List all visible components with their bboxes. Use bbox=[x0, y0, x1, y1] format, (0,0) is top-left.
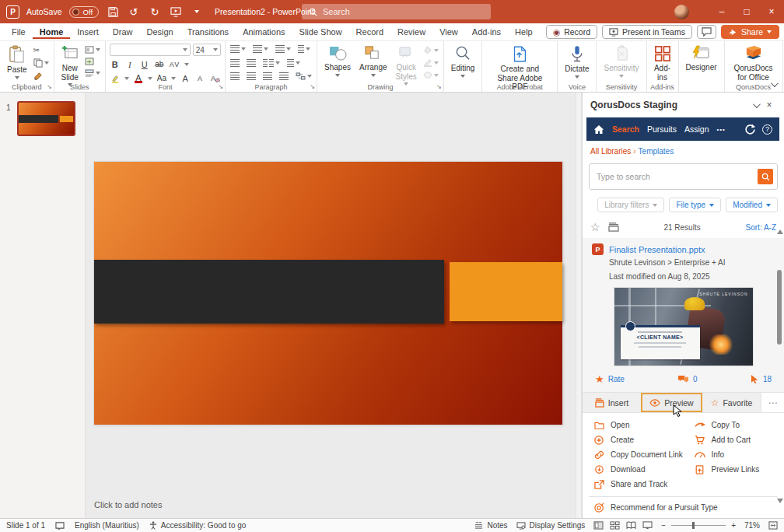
tab-animations[interactable]: Animations bbox=[236, 25, 292, 40]
tab-insert[interactable]: Insert bbox=[70, 25, 106, 40]
breadcrumb-templates[interactable]: Templates bbox=[639, 147, 674, 156]
comments-count[interactable]: 0 bbox=[677, 375, 698, 384]
decrease-indent-button[interactable] bbox=[229, 58, 240, 68]
preview-button[interactable]: Preview bbox=[641, 393, 702, 412]
strikethrough-button[interactable]: ab bbox=[154, 58, 165, 70]
menu-info[interactable]: Info bbox=[684, 447, 784, 462]
scroll-down-arrow-icon[interactable] bbox=[777, 499, 783, 503]
quick-access-chevron-icon[interactable] bbox=[190, 5, 204, 19]
shapes-button[interactable]: Shapes bbox=[321, 44, 354, 79]
rate-button[interactable]: ★Rate bbox=[595, 374, 625, 384]
redo-icon[interactable]: ↻ bbox=[148, 5, 162, 19]
menu-copy-document-link[interactable]: Copy Document Link bbox=[583, 447, 684, 462]
breadcrumb-all-libraries[interactable]: All Libraries bbox=[590, 147, 631, 156]
menu-share-and-track[interactable]: Share and Track bbox=[583, 477, 684, 492]
shape-fill-icon[interactable] bbox=[422, 45, 439, 55]
panel-tab-assign[interactable]: Assign bbox=[684, 124, 709, 134]
zoom-level[interactable]: 71% bbox=[744, 521, 760, 530]
comments-button[interactable] bbox=[697, 25, 716, 39]
slide-editor[interactable] bbox=[94, 162, 562, 425]
menu-open[interactable]: Open bbox=[583, 418, 684, 432]
save-icon[interactable] bbox=[106, 5, 120, 19]
character-spacing-button[interactable]: AV bbox=[169, 58, 180, 70]
autosave-toggle[interactable]: Off bbox=[69, 6, 100, 18]
italic-button[interactable]: I bbox=[124, 58, 135, 70]
text-direction-button[interactable] bbox=[286, 58, 301, 68]
display-settings-button[interactable]: Display Settings bbox=[516, 521, 586, 530]
font-color-button[interactable]: A bbox=[133, 72, 144, 84]
bold-button[interactable]: B bbox=[110, 58, 121, 70]
underline-button[interactable]: U bbox=[139, 58, 150, 70]
new-slide-button[interactable]: New Slide bbox=[58, 44, 82, 88]
user-avatar[interactable] bbox=[674, 5, 689, 19]
tab-add-ins[interactable]: Add-ins bbox=[465, 25, 508, 40]
align-center-button[interactable] bbox=[246, 72, 257, 81]
tab-design[interactable]: Design bbox=[139, 25, 180, 40]
tab-home[interactable]: Home bbox=[33, 25, 71, 40]
shrink-font-button[interactable]: A bbox=[194, 72, 205, 84]
font-name-combo[interactable] bbox=[110, 44, 191, 56]
numbering-button[interactable] bbox=[252, 44, 269, 54]
sort-button[interactable]: Sort: A-Z bbox=[746, 223, 776, 232]
shape-outline-icon[interactable] bbox=[422, 58, 439, 68]
format-painter-icon[interactable] bbox=[33, 71, 50, 82]
menu-add-to-cart[interactable]: Add to Cart bbox=[684, 432, 784, 447]
reset-slide-icon[interactable] bbox=[84, 57, 101, 66]
shape-effects-icon[interactable] bbox=[422, 70, 439, 80]
spellcheck-icon[interactable] bbox=[55, 521, 65, 530]
tab-help[interactable]: Help bbox=[508, 25, 540, 40]
minimize-button[interactable]: – bbox=[709, 0, 734, 23]
paste-button[interactable]: Paste bbox=[4, 44, 30, 81]
quick-styles-button[interactable]: Quick Styles bbox=[393, 44, 420, 87]
menu-create[interactable]: Create bbox=[583, 432, 684, 447]
present-from-start-icon[interactable] bbox=[169, 5, 183, 19]
font-size-combo[interactable]: 24 bbox=[193, 44, 221, 56]
slide-counter[interactable]: Slide 1 of 1 bbox=[6, 521, 45, 530]
slideshow-view-button[interactable] bbox=[642, 521, 653, 530]
scrollbar-thumb[interactable] bbox=[777, 270, 782, 345]
slide-accent-rect-shape[interactable] bbox=[450, 262, 562, 321]
undo-icon[interactable]: ↺ bbox=[127, 5, 141, 19]
reading-view-button[interactable] bbox=[626, 521, 636, 530]
slide-dark-band-shape[interactable] bbox=[94, 260, 444, 324]
file-type-filter-button[interactable]: File type bbox=[669, 198, 721, 212]
favorite-button[interactable]: ☆Favorite bbox=[702, 393, 761, 412]
section-icon[interactable] bbox=[84, 68, 101, 78]
panel-tab-more-icon[interactable]: ••• bbox=[716, 126, 725, 133]
panel-close-icon[interactable]: × bbox=[762, 99, 776, 111]
canvas-scrollbar[interactable] bbox=[576, 93, 582, 518]
library-filters-button[interactable]: Library filters bbox=[597, 198, 664, 212]
share-button[interactable]: Share bbox=[721, 25, 779, 39]
increase-indent-button[interactable] bbox=[246, 58, 257, 68]
tab-slide-show[interactable]: Slide Show bbox=[292, 25, 349, 40]
record-button[interactable]: ◉Record bbox=[546, 25, 597, 39]
close-button[interactable]: × bbox=[759, 0, 784, 23]
notes-toggle[interactable]: Notes bbox=[474, 521, 507, 530]
panel-tab-pursuits[interactable]: Pursuits bbox=[647, 124, 677, 134]
result-preview-thumbnail[interactable]: SHRUTE LEVINSON <CLIENT NAME> bbox=[614, 288, 753, 366]
help-icon[interactable]: ? bbox=[762, 124, 772, 135]
panel-options-chevron-icon[interactable] bbox=[748, 99, 762, 111]
powerpoint-logo-icon[interactable]: P bbox=[6, 5, 19, 19]
slide-1-thumbnail[interactable] bbox=[17, 101, 75, 136]
addins-button[interactable]: Add-ins bbox=[651, 44, 674, 83]
columns-button[interactable] bbox=[262, 58, 281, 68]
copy-icon[interactable] bbox=[33, 58, 50, 68]
sort-button[interactable] bbox=[297, 44, 311, 54]
editing-button[interactable]: Editing bbox=[448, 44, 478, 79]
tab-transitions[interactable]: Transitions bbox=[180, 25, 236, 40]
zoom-slider[interactable] bbox=[671, 525, 726, 526]
panel-scrollbar[interactable] bbox=[775, 229, 783, 503]
change-case-button[interactable]: Aa bbox=[156, 72, 167, 84]
maximize-button[interactable]: □ bbox=[734, 0, 759, 23]
fit-to-window-button[interactable] bbox=[768, 521, 778, 530]
align-left-button[interactable] bbox=[229, 72, 240, 81]
zoom-out-button[interactable]: − bbox=[661, 521, 666, 530]
tab-draw[interactable]: Draw bbox=[106, 25, 140, 40]
notes-placeholder[interactable]: Click to add notes bbox=[94, 500, 162, 509]
line-spacing-button[interactable] bbox=[275, 44, 292, 54]
home-icon[interactable] bbox=[593, 124, 604, 135]
justify-button[interactable] bbox=[278, 72, 289, 81]
slide-sorter-view-button[interactable] bbox=[610, 521, 620, 530]
arrange-button[interactable]: Arrange bbox=[356, 44, 390, 79]
